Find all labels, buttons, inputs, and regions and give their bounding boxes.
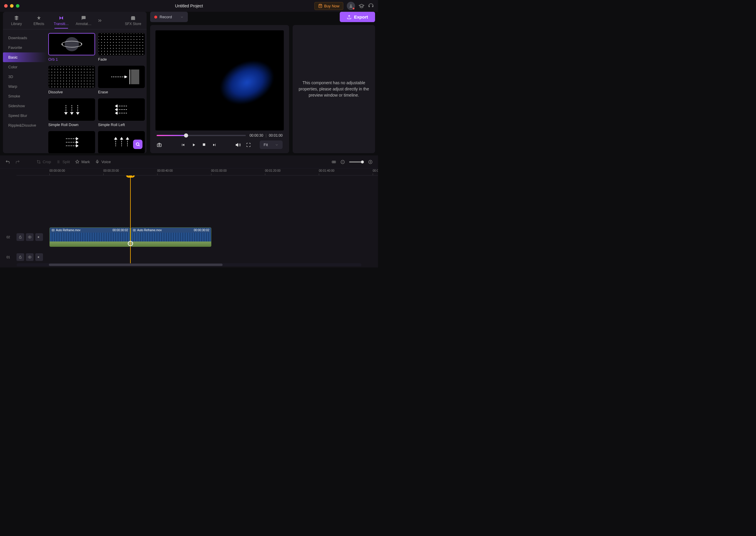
category-smoke[interactable]: Smoke bbox=[3, 91, 47, 101]
track-visibility-button[interactable] bbox=[26, 253, 34, 261]
record-icon bbox=[154, 16, 157, 18]
transition-label: Dissolve bbox=[48, 90, 95, 94]
track-lock-button[interactable] bbox=[16, 233, 24, 241]
tab-transitions[interactable]: Transiti… bbox=[50, 13, 73, 28]
preview-panel: 00:00:30 | 00:01:00 bbox=[150, 25, 289, 153]
transition-dissolve[interactable]: Dissolve bbox=[48, 66, 95, 94]
transition-simple-roll-right[interactable] bbox=[48, 131, 95, 153]
progress-bar[interactable] bbox=[157, 135, 246, 136]
fit-timeline-button[interactable] bbox=[331, 160, 336, 164]
category-speed-blur[interactable]: Speed Blur bbox=[3, 111, 47, 120]
mark-button[interactable]: Mark bbox=[75, 160, 90, 164]
fit-select[interactable]: Fit bbox=[260, 141, 283, 149]
fullscreen-button[interactable] bbox=[246, 143, 251, 147]
transition-label: Simple Roll Left bbox=[98, 122, 145, 127]
timeline-scrollbar[interactable] bbox=[16, 263, 362, 266]
svg-rect-38 bbox=[19, 237, 21, 239]
category-ripple-dissolve[interactable]: Ripple&Dissolve bbox=[3, 120, 47, 130]
tab-annotations[interactable]: Annotat… bbox=[73, 13, 95, 28]
clip-name: Auto Reframe.mov bbox=[56, 228, 80, 232]
category-basic[interactable]: Basic bbox=[3, 52, 47, 62]
tab-more[interactable] bbox=[95, 16, 105, 26]
tab-library[interactable]: Library bbox=[5, 13, 28, 28]
clip-1[interactable]: Auto Reframe.mov 00:00:30:02 bbox=[49, 227, 130, 247]
stop-button[interactable] bbox=[202, 143, 206, 147]
snapshot-button[interactable] bbox=[157, 142, 162, 148]
minimize-window[interactable] bbox=[10, 4, 14, 8]
track-number: 01 bbox=[7, 255, 10, 259]
close-window[interactable] bbox=[4, 4, 8, 8]
maximize-window[interactable] bbox=[16, 4, 19, 8]
track-mute-button[interactable] bbox=[35, 233, 43, 241]
track-visibility-button[interactable] bbox=[26, 233, 34, 241]
zoom-in-button[interactable] bbox=[368, 160, 373, 164]
total-time: 00:01:00 bbox=[269, 133, 283, 138]
zoom-out-button[interactable] bbox=[340, 160, 345, 164]
track-mute-button[interactable] bbox=[35, 253, 43, 261]
tab-library-label: Library bbox=[11, 22, 22, 26]
tab-sfx-label: SFX Store bbox=[125, 22, 141, 26]
zoom-slider[interactable] bbox=[349, 161, 364, 163]
ruler-tick: 00:01:40:00 bbox=[319, 169, 334, 172]
search-button[interactable] bbox=[133, 140, 142, 149]
preview-video[interactable] bbox=[155, 30, 284, 130]
category-favorite[interactable]: Favorite bbox=[3, 43, 47, 52]
category-color[interactable]: Color bbox=[3, 62, 47, 72]
crop-button[interactable]: Crop bbox=[37, 160, 51, 164]
tab-sfx-store[interactable]: SFX Store bbox=[122, 13, 144, 28]
clip-duration: 00:00:30:02 bbox=[112, 228, 128, 232]
playhead[interactable]: ⫞ ⫣ bbox=[130, 176, 131, 263]
play-button[interactable] bbox=[191, 143, 196, 147]
redo-button[interactable] bbox=[15, 160, 20, 164]
preview-content bbox=[216, 58, 278, 107]
titlebar: Untitled Project Buy Now bbox=[0, 0, 378, 12]
buy-now-button[interactable]: Buy Now bbox=[314, 2, 343, 10]
volume-button[interactable] bbox=[236, 142, 241, 148]
timeline: Crop Split Mark Voice 00:00:00:00 00:00:… bbox=[0, 155, 378, 267]
headset-icon[interactable] bbox=[368, 3, 374, 9]
track-lock-button[interactable] bbox=[16, 253, 24, 261]
transition-label: Erase bbox=[98, 90, 145, 94]
timeline-toolbar: Crop Split Mark Voice bbox=[0, 155, 378, 168]
undo-button[interactable] bbox=[5, 160, 10, 164]
svg-rect-45 bbox=[19, 257, 21, 258]
transition-erase[interactable]: Erase bbox=[98, 66, 145, 94]
split-button[interactable]: Split bbox=[56, 160, 70, 164]
buy-now-label: Buy Now bbox=[324, 4, 339, 8]
transition-grid: Orb 1 Fade Dissolve Erase bbox=[47, 29, 146, 153]
user-avatar[interactable] bbox=[347, 2, 355, 10]
svg-marker-40 bbox=[38, 236, 39, 238]
category-sideshow[interactable]: Sideshow bbox=[3, 101, 47, 111]
record-button[interactable]: Record bbox=[150, 12, 188, 22]
ruler-tick: 00:00:40:00 bbox=[157, 169, 173, 172]
svg-marker-42 bbox=[53, 230, 53, 231]
transition-simple-roll-down[interactable]: Simple Roll Down bbox=[48, 98, 95, 127]
crop-label: Crop bbox=[43, 160, 51, 164]
ruler-tick: 00:00:00:00 bbox=[49, 169, 65, 172]
voice-button[interactable]: Voice bbox=[95, 160, 111, 164]
transition-simple-roll-left[interactable]: Simple Roll Left bbox=[98, 98, 145, 127]
clip-duration: 00:00:30:02 bbox=[194, 228, 209, 232]
transition-label: Simple Roll Down bbox=[48, 122, 95, 127]
tracks-area[interactable]: ⫞ ⫣ 02 Auto Reframe.mov 00:00:30:02 bbox=[0, 176, 378, 263]
category-downloads[interactable]: Downloads bbox=[3, 33, 47, 43]
prev-frame-button[interactable] bbox=[181, 143, 185, 147]
project-title: Untitled Project bbox=[175, 4, 203, 8]
export-button[interactable]: Export bbox=[340, 12, 375, 22]
svg-marker-47 bbox=[38, 256, 39, 258]
next-frame-button[interactable] bbox=[212, 143, 217, 147]
category-3d[interactable]: 3D bbox=[3, 72, 47, 82]
category-warp[interactable]: Warp bbox=[3, 82, 47, 91]
clip-2[interactable]: Auto Reframe.mov 00:00:30:02 bbox=[131, 227, 211, 247]
timeline-ruler[interactable]: 00:00:00:00 00:00:20:00 00:00:40:00 00:0… bbox=[16, 168, 378, 176]
track-02: 02 Auto Reframe.mov 00:00:30:02 Au bbox=[0, 228, 378, 246]
academy-icon[interactable] bbox=[359, 3, 364, 9]
transition-marker[interactable] bbox=[128, 241, 133, 246]
tab-effects[interactable]: Effects bbox=[28, 13, 50, 28]
split-label: Split bbox=[62, 160, 70, 164]
playhead-handle[interactable]: ⫞ ⫣ bbox=[126, 176, 135, 178]
svg-rect-30 bbox=[97, 160, 98, 162]
transition-orb-1[interactable]: Orb 1 bbox=[48, 33, 95, 61]
category-list: Downloads Favorite Basic Color 3D Warp S… bbox=[3, 29, 47, 153]
transition-fade[interactable]: Fade bbox=[98, 33, 145, 61]
